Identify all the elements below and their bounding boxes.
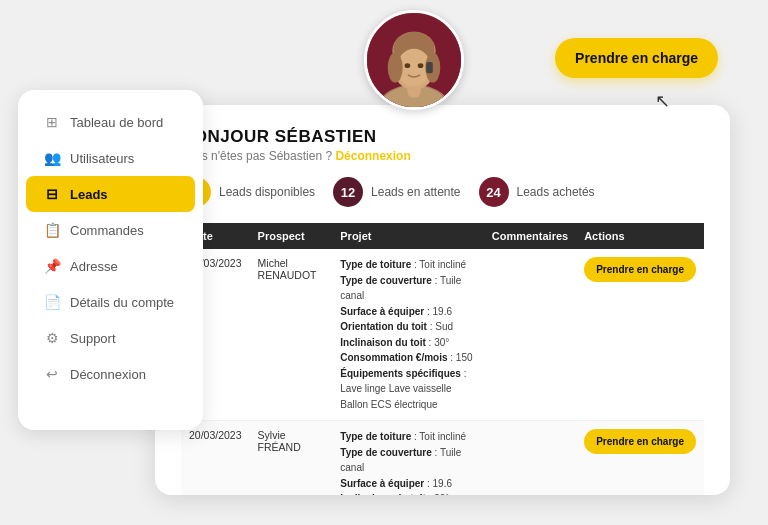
cell-actions-0: Prendre en charge <box>576 249 704 421</box>
label-disponibles: Leads disponibles <box>219 185 315 199</box>
greeting-hello: BONJOUR SÉBASTIEN <box>181 127 704 147</box>
col-prospect: Prospect <box>250 223 333 249</box>
sidebar-icon-tableau-de-bord: ⊞ <box>44 114 60 130</box>
stats-row: 32 Leads disponibles 12 Leads en attente… <box>181 177 704 207</box>
greeting-section: BONJOUR SÉBASTIEN Vous n'êtes pas Sébast… <box>181 127 704 163</box>
svg-point-10 <box>405 63 411 68</box>
sidebar-item-adresse[interactable]: 📌 Adresse <box>26 248 195 284</box>
sidebar-item-deconnexion[interactable]: ↩ Déconnexion <box>26 356 195 392</box>
btn-prendre-top[interactable]: Prendre en charge <box>555 38 718 78</box>
sidebar-item-tableau-de-bord[interactable]: ⊞ Tableau de bord <box>26 104 195 140</box>
count-attente: 12 <box>341 185 355 200</box>
btn-prendre-row-0[interactable]: Prendre en charge <box>584 257 696 282</box>
sidebar-label-details-compte: Détails du compte <box>70 295 174 310</box>
btn-prendre-row-1[interactable]: Prendre en charge <box>584 429 696 454</box>
sidebar-label-leads: Leads <box>70 187 108 202</box>
cell-project-0: Type de toiture : Toit inclinéType de co… <box>332 249 483 421</box>
avatar <box>364 10 464 110</box>
cell-commentaires-0 <box>484 249 576 421</box>
col-projet: Projet <box>332 223 483 249</box>
sidebar-icon-utilisateurs: 👥 <box>44 150 60 166</box>
scene: ⊞ Tableau de bord 👥 Utilisateurs ⊟ Leads… <box>0 0 768 525</box>
count-achetes: 24 <box>486 185 500 200</box>
sidebar-icon-support: ⚙ <box>44 330 60 346</box>
stat-attente: 12 Leads en attente <box>333 177 460 207</box>
sidebar-item-support[interactable]: ⚙ Support <box>26 320 195 356</box>
sidebar-icon-leads: ⊟ <box>44 186 60 202</box>
col-actions: Actions <box>576 223 704 249</box>
label-achetes: Leads achetés <box>517 185 595 199</box>
cell-date-1: 20/03/2023 <box>181 421 250 496</box>
sidebar-label-adresse: Adresse <box>70 259 118 274</box>
sidebar-item-leads[interactable]: ⊟ Leads <box>26 176 195 212</box>
sidebar-label-commandes: Commandes <box>70 223 144 238</box>
sidebar-icon-adresse: 📌 <box>44 258 60 274</box>
table-header-row: Date Prospect Projet Commentaires Action… <box>181 223 704 249</box>
cell-project-1: Type de toiture : Toit inclinéType de co… <box>332 421 483 496</box>
sidebar-icon-deconnexion: ↩ <box>44 366 60 382</box>
deconnexion-link[interactable]: Déconnexion <box>335 149 410 163</box>
greeting-sub-text: Vous n'êtes pas Sébastien ? <box>181 149 332 163</box>
svg-rect-12 <box>426 62 433 73</box>
cursor-icon: ↖ <box>655 90 670 112</box>
badge-attente: 12 <box>333 177 363 207</box>
sidebar-icon-commandes: 📋 <box>44 222 60 238</box>
badge-achetes: 24 <box>479 177 509 207</box>
sidebar-icon-details-compte: 📄 <box>44 294 60 310</box>
svg-point-11 <box>418 63 424 68</box>
sidebar-label-utilisateurs: Utilisateurs <box>70 151 134 166</box>
sidebar: ⊞ Tableau de bord 👥 Utilisateurs ⊟ Leads… <box>18 90 203 430</box>
cell-prospect-0: Michel RENAUDOT <box>250 249 333 421</box>
cell-actions-1: Prendre en charge <box>576 421 704 496</box>
main-card: BONJOUR SÉBASTIEN Vous n'êtes pas Sébast… <box>155 105 730 495</box>
table-row: 20/03/2023 Sylvie FRÉAND Type de toiture… <box>181 421 704 496</box>
sidebar-label-deconnexion: Déconnexion <box>70 367 146 382</box>
sidebar-label-support: Support <box>70 331 116 346</box>
greeting-name: SÉBASTIEN <box>275 127 377 146</box>
sidebar-label-tableau-de-bord: Tableau de bord <box>70 115 163 130</box>
greeting-sub: Vous n'êtes pas Sébastien ? Déconnexion <box>181 149 704 163</box>
avatar-image <box>367 13 461 107</box>
sidebar-item-details-compte[interactable]: 📄 Détails du compte <box>26 284 195 320</box>
table-row: 21/03/2023 Michel RENAUDOT Type de toitu… <box>181 249 704 421</box>
sidebar-item-utilisateurs[interactable]: 👥 Utilisateurs <box>26 140 195 176</box>
stat-achetes: 24 Leads achetés <box>479 177 595 207</box>
cell-commentaires-1 <box>484 421 576 496</box>
cell-prospect-1: Sylvie FRÉAND <box>250 421 333 496</box>
col-commentaires: Commentaires <box>484 223 576 249</box>
leads-table: Date Prospect Projet Commentaires Action… <box>181 223 704 495</box>
label-attente: Leads en attente <box>371 185 460 199</box>
sidebar-item-commandes[interactable]: 📋 Commandes <box>26 212 195 248</box>
svg-point-8 <box>388 52 403 82</box>
